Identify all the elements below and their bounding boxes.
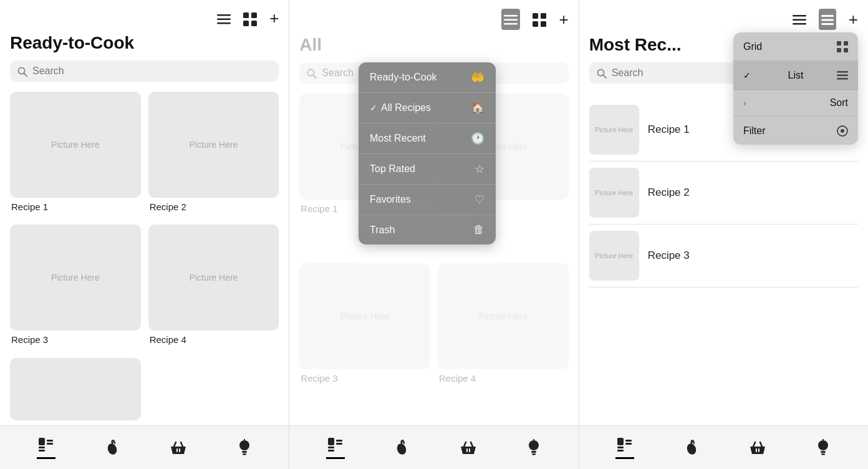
nav-basket-2[interactable]	[459, 439, 478, 457]
dropdown-icon-favorites: ♡	[475, 193, 485, 206]
menu-icon-1[interactable]	[217, 11, 231, 27]
bottom-nav-2	[289, 425, 578, 469]
svg-rect-25	[541, 13, 546, 19]
nav-carrot-1[interactable]	[104, 439, 121, 457]
nav-basket-3[interactable]	[748, 439, 767, 457]
menu-icon-3[interactable]	[793, 11, 806, 27]
svg-rect-4	[251, 12, 257, 18]
bottom-nav-1	[0, 425, 289, 469]
svg-rect-26	[533, 21, 538, 27]
svg-rect-40	[532, 453, 536, 455]
svg-rect-9	[39, 438, 45, 445]
dropdown-item-most-recent[interactable]: Most Recent 🕐	[359, 123, 496, 154]
nav-carrot-2[interactable]	[393, 439, 410, 457]
svg-rect-60	[617, 447, 624, 448]
dropdown-item-trash[interactable]: Trash 🗑	[359, 215, 496, 244]
dropdown-label-all-recipes: All Recipes	[381, 102, 471, 114]
add-icon-3[interactable]: +	[849, 10, 858, 29]
recipe-card-2-4: Picture Here Recipe 4	[438, 263, 569, 425]
svg-rect-51	[844, 41, 848, 46]
view-dropdown-grid[interactable]: Grid	[733, 32, 858, 61]
picture-box-1-2: Picture Here	[148, 92, 279, 198]
svg-rect-23	[504, 23, 518, 25]
svg-rect-12	[47, 440, 53, 442]
nav-carrot-3[interactable]	[683, 439, 700, 457]
search-input-1[interactable]	[32, 65, 271, 77]
dropdown-label-ready-to-cook: Ready-to-Cook	[370, 72, 471, 83]
dropdown-label-trash: Trash	[370, 225, 473, 236]
add-icon-1[interactable]: +	[269, 9, 279, 28]
dropdown-item-top-rated[interactable]: Top Rated ☆	[359, 154, 496, 185]
dropdown-item-favorites[interactable]: Favorites ♡	[359, 185, 496, 215]
svg-rect-33	[336, 440, 342, 442]
recipe-card-1-5	[10, 358, 141, 425]
checkmark-all-recipes: ✓	[370, 103, 377, 113]
search-icon-2	[307, 67, 317, 79]
view-dropdown-list[interactable]: ✓ List	[733, 61, 858, 90]
nav-basket-1[interactable]	[169, 439, 188, 457]
svg-point-17	[239, 440, 249, 450]
recipe-label-1-2: Recipe 2	[148, 201, 279, 212]
dropdown-label-most-recent: Most Recent	[370, 133, 471, 144]
svg-rect-50	[837, 41, 841, 46]
nav-recipes-2[interactable]	[326, 436, 345, 459]
nav-bulb-3[interactable]	[815, 438, 831, 457]
nav-recipes-3[interactable]	[615, 436, 634, 459]
recipe-label-1-1: Recipe 1	[10, 201, 141, 212]
picture-box-1-1: Picture Here	[10, 92, 141, 198]
view-dropdown-icon-grid	[837, 40, 848, 53]
svg-rect-55	[837, 75, 848, 77]
svg-point-14	[106, 442, 118, 456]
svg-rect-62	[625, 440, 632, 442]
svg-rect-34	[336, 443, 342, 445]
view-dropdown: Grid ✓ List › S	[733, 32, 858, 145]
svg-rect-21	[504, 15, 518, 17]
svg-rect-47	[821, 23, 834, 25]
recipe-card-1-1: Picture Here Recipe 1	[10, 92, 141, 217]
list-icon-3[interactable]	[819, 9, 836, 30]
svg-rect-22	[504, 19, 518, 21]
toolbar-3: +	[579, 0, 868, 35]
nav-bulb-2[interactable]	[526, 438, 542, 457]
panel-most-recent: + Most Rec... Grid ✓ Lis	[579, 0, 868, 469]
menu-icon-2[interactable]	[501, 9, 520, 30]
view-dropdown-label-list: List	[788, 70, 804, 81]
grid-icon-2[interactable]	[533, 11, 546, 27]
view-dropdown-filter[interactable]: Filter	[733, 117, 858, 145]
list-item-3-2[interactable]: Picture Here Recipe 2	[589, 162, 858, 225]
recipe-card-1-3: Picture Here Recipe 3	[10, 225, 141, 350]
svg-rect-42	[793, 15, 806, 17]
svg-rect-24	[533, 13, 538, 19]
svg-rect-61	[617, 450, 624, 452]
add-icon-2[interactable]: +	[559, 10, 568, 29]
svg-rect-0	[217, 14, 231, 16]
list-item-3-3[interactable]: Picture Here Recipe 3	[589, 225, 858, 288]
view-dropdown-sort[interactable]: › Sort	[733, 90, 858, 117]
svg-rect-66	[758, 448, 760, 452]
svg-line-29	[314, 75, 317, 78]
dropdown-item-all-recipes[interactable]: ✓ All Recipes 🏠	[359, 93, 496, 123]
dropdown-item-ready-to-cook[interactable]: Ready-to-Cook 🤲	[359, 62, 496, 93]
toolbar-2: +	[289, 0, 578, 35]
view-dropdown-label-filter: Filter	[743, 125, 766, 137]
picture-box-2-4: Picture Here	[438, 263, 569, 369]
svg-line-8	[24, 73, 27, 76]
svg-rect-5	[243, 21, 249, 26]
svg-rect-16	[179, 448, 180, 452]
bottom-nav-3	[579, 425, 868, 469]
svg-line-49	[603, 75, 606, 78]
search-bar-1	[10, 60, 279, 82]
svg-rect-56	[837, 78, 848, 80]
svg-rect-54	[837, 71, 848, 73]
list-picture-box-3-2: Picture Here	[589, 168, 639, 218]
svg-rect-1	[217, 18, 231, 20]
svg-point-38	[529, 440, 539, 450]
nav-bulb-1[interactable]	[236, 438, 253, 457]
svg-rect-44	[793, 23, 806, 25]
svg-rect-6	[251, 21, 257, 26]
dropdown-icon-top-rated: ☆	[475, 162, 485, 176]
grid-icon-1[interactable]	[243, 11, 257, 27]
view-dropdown-icon-list	[837, 69, 848, 82]
nav-recipes-1[interactable]	[37, 436, 55, 459]
svg-rect-3	[243, 12, 249, 18]
